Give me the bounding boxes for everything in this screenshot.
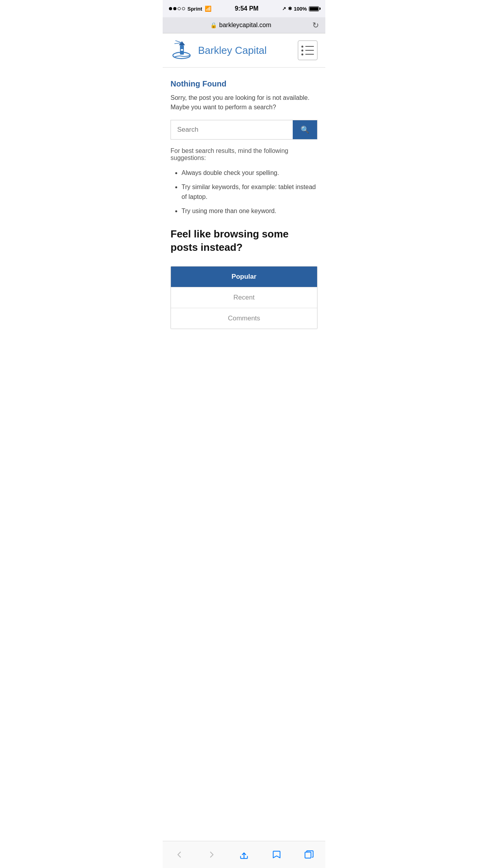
location-icon: ↗ bbox=[282, 6, 286, 11]
signal-dot-1 bbox=[169, 7, 172, 10]
suggestion-item: Try using more than one keyword. bbox=[182, 206, 317, 216]
bluetooth-icon: ✱ bbox=[288, 6, 292, 11]
url-text: barkleycapital.com bbox=[219, 22, 272, 29]
signal-dot-4 bbox=[182, 7, 185, 10]
status-time: 9:54 PM bbox=[235, 5, 258, 12]
svg-rect-5 bbox=[181, 49, 183, 51]
logo-text: Barkley Capital bbox=[198, 44, 267, 57]
signal-dot-3 bbox=[178, 7, 181, 10]
tab-recent[interactable]: Recent bbox=[171, 287, 317, 308]
suggestion-item: Always double check your spelling. bbox=[182, 168, 317, 178]
carrier-name: Sprint bbox=[187, 6, 202, 12]
search-container[interactable]: 🔍 bbox=[171, 120, 317, 140]
signal-dot-2 bbox=[173, 7, 176, 10]
suggestion-item: Try similar keywords, for example: table… bbox=[182, 182, 317, 202]
wifi-icon: 📶 bbox=[205, 6, 211, 12]
signal-dots bbox=[169, 7, 185, 10]
status-right: ↗ ✱ 100% bbox=[282, 6, 319, 12]
lock-icon: 🔒 bbox=[210, 22, 217, 28]
nothing-found-title: Nothing Found bbox=[171, 79, 317, 88]
battery-fill bbox=[310, 7, 318, 11]
logo-container[interactable]: Barkley Capital bbox=[171, 40, 267, 60]
svg-line-3 bbox=[175, 40, 182, 43]
reload-icon[interactable]: ↻ bbox=[312, 20, 319, 30]
search-icon: 🔍 bbox=[301, 125, 309, 134]
search-button[interactable]: 🔍 bbox=[293, 120, 317, 139]
site-header: Barkley Capital bbox=[163, 33, 325, 68]
browse-title: Feel like browsing some posts instead? bbox=[171, 228, 317, 254]
logo-image bbox=[171, 40, 194, 60]
tabs-widget: Popular Recent Comments bbox=[171, 266, 317, 329]
battery-percent: 100% bbox=[294, 6, 307, 12]
nothing-found-text: Sorry, the post you are looking for is n… bbox=[171, 93, 317, 112]
main-content: Nothing Found Sorry, the post you are lo… bbox=[163, 68, 325, 349]
status-bar: Sprint 📶 9:54 PM ↗ ✱ 100% bbox=[163, 0, 325, 17]
suggestions-list: Always double check your spelling. Try s… bbox=[171, 168, 317, 216]
url-bar[interactable]: 🔒 barkleycapital.com ↻ bbox=[163, 17, 325, 33]
url-content[interactable]: 🔒 barkleycapital.com bbox=[169, 22, 312, 29]
tab-comments[interactable]: Comments bbox=[171, 308, 317, 329]
hamburger-icon bbox=[301, 46, 314, 55]
search-input[interactable] bbox=[171, 120, 293, 139]
status-left: Sprint 📶 bbox=[169, 6, 211, 12]
battery-indicator bbox=[309, 6, 319, 11]
menu-button[interactable] bbox=[298, 40, 317, 60]
tab-popular[interactable]: Popular bbox=[171, 267, 317, 287]
suggestions-intro: For best search results, mind the follow… bbox=[171, 147, 317, 162]
